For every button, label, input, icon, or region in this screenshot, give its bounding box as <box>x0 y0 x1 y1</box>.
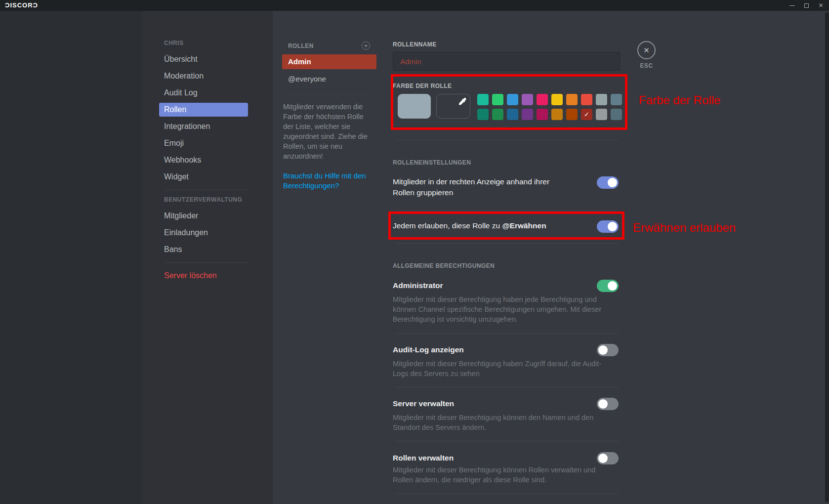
roles-panel: ROLLEN + Admin @everyone Mitglieder verw… <box>282 42 376 191</box>
color-swatch[interactable] <box>477 94 489 105</box>
role-settings-header: ROLLENEINSTELLUNGEN <box>393 159 471 166</box>
sidebar-item-server-loeschen[interactable]: Server löschen <box>159 269 248 283</box>
perm-audit-log-toggle[interactable] <box>597 344 619 356</box>
sidebar-item-widget[interactable]: Widget <box>159 170 248 184</box>
perm-manage-server-desc: Mitglieder mit dieser Berechtigung könne… <box>393 413 614 432</box>
allow-mention-toggle-label: Jedem erlauben, diese Rolle zu @Erwähnen <box>393 220 580 231</box>
role-settings-content: ROLLENNAME FARBE DER ROLLE ✓ ROLLENEINST… <box>393 0 629 504</box>
divider <box>395 441 619 441</box>
toggle-knob <box>598 399 608 409</box>
rolename-input[interactable] <box>393 52 620 71</box>
sidebar-item-moderation[interactable]: Moderation <box>159 69 248 83</box>
nav-divider <box>164 190 248 190</box>
maximize-icon <box>804 3 809 8</box>
sidebar-item-emoji[interactable]: Emoji <box>159 136 248 150</box>
color-swatch[interactable] <box>611 109 622 120</box>
perm-administrator-label: Administrator <box>393 281 443 290</box>
toggle-knob <box>608 281 617 291</box>
nav-server-header: CHRIS <box>159 40 248 46</box>
color-swatch[interactable] <box>522 94 533 105</box>
custom-color-button[interactable] <box>436 94 470 119</box>
color-swatch[interactable] <box>537 94 548 105</box>
roles-hint-text: Mitglieder verwenden die Farbe der höchs… <box>283 102 374 161</box>
color-swatch[interactable] <box>596 94 607 105</box>
color-swatch[interactable] <box>507 94 518 105</box>
maximize-button[interactable] <box>799 0 814 11</box>
divider <box>395 140 619 140</box>
perm-manage-server-label: Server verwalten <box>393 399 454 408</box>
perm-audit-log-label: Audit-Log anzeigen <box>393 345 464 354</box>
allow-mention-toggle[interactable] <box>597 220 619 233</box>
color-swatch[interactable] <box>596 109 607 120</box>
discord-logo: ƆISCORƆ <box>5 1 38 9</box>
color-swatch[interactable] <box>492 109 503 120</box>
toggle-knob <box>608 222 617 231</box>
eyedropper-icon <box>459 98 466 105</box>
perm-manage-roles-desc: Mitglieder mit dieser Berechtigung könne… <box>393 465 614 485</box>
role-item-admin[interactable]: Admin <box>282 54 376 69</box>
discord-server-settings-window: ƆISCORƆ ✕ CHRIS Übersicht Moderation Aud… <box>0 0 829 504</box>
sidebar-item-audit-log[interactable]: Audit Log <box>159 86 248 100</box>
divider <box>395 387 619 387</box>
nav-user-management-header: BENUTZERVERWALTUNG <box>159 196 248 203</box>
color-swatch[interactable] <box>581 94 592 105</box>
settings-nav: CHRIS Übersicht Moderation Audit Log Rol… <box>159 40 248 286</box>
divider <box>395 243 619 244</box>
sidebar-item-webhooks[interactable]: Webhooks <box>159 153 248 167</box>
color-swatch[interactable] <box>477 109 489 120</box>
sidebar-item-bans[interactable]: Bans <box>159 243 248 256</box>
group-members-toggle[interactable] <box>597 176 619 189</box>
perm-manage-roles-label: Rollen verwalten <box>393 454 454 462</box>
role-item-everyone[interactable]: @everyone <box>282 72 376 86</box>
color-swatch[interactable] <box>566 94 578 105</box>
roles-divider <box>288 94 368 94</box>
allow-mention-label-bold: @Erwähnen <box>502 221 546 230</box>
esc-control: ✕ ESC <box>637 41 656 69</box>
divider <box>395 210 619 211</box>
add-role-button[interactable]: + <box>362 42 370 50</box>
perm-manage-server-toggle[interactable] <box>597 398 619 410</box>
sidebar-item-mitglieder[interactable]: Mitglieder <box>159 209 248 223</box>
close-settings-button[interactable]: ✕ <box>637 41 656 59</box>
perm-administrator-toggle[interactable] <box>597 280 619 292</box>
roles-header: ROLLEN <box>288 42 314 49</box>
role-color-picker: ✓ <box>398 94 622 120</box>
role-color-label: FARBE DER ROLLE <box>393 83 452 89</box>
general-permissions-header: ALLGEMEINE BERECHTIGUNGEN <box>393 262 495 269</box>
window-controls: ✕ <box>785 0 828 11</box>
sidebar-item-integrationen[interactable]: Integrationen <box>159 120 248 133</box>
sidebar-item-rollen[interactable]: Rollen <box>159 103 248 117</box>
toggle-knob <box>608 178 617 187</box>
annotation-text-allow-mention: Erwähnen erlauben <box>633 221 736 235</box>
esc-label: ESC <box>637 62 656 69</box>
permissions-help-link[interactable]: Brauchst du Hilfe mit den Berechtigungen… <box>283 171 371 191</box>
sidebar-item-uebersicht[interactable]: Übersicht <box>159 52 248 66</box>
color-swatch[interactable] <box>611 94 622 105</box>
titlebar: ƆISCORƆ ✕ <box>0 0 829 11</box>
left-background <box>0 11 142 504</box>
divider <box>395 333 619 334</box>
nav-divider <box>164 262 248 263</box>
color-swatch[interactable] <box>492 94 503 105</box>
annotation-text-role-color: Farbe der Rolle <box>639 93 720 107</box>
close-button[interactable]: ✕ <box>814 0 828 11</box>
minimize-button[interactable] <box>785 0 799 11</box>
color-swatch[interactable] <box>537 109 548 120</box>
rolename-label: ROLLENNAME <box>393 41 437 48</box>
color-swatch[interactable] <box>507 109 518 120</box>
perm-manage-roles-toggle[interactable] <box>597 452 619 464</box>
toggle-knob <box>598 345 608 355</box>
allow-mention-label-text: Jedem erlauben, diese Rolle zu <box>393 221 502 230</box>
group-members-toggle-label: Mitglieder in der rechten Anzeige anhand… <box>393 176 563 198</box>
perm-audit-log-desc: Mitglieder mit dieser Berechtigung haben… <box>393 359 614 378</box>
minimize-icon <box>789 5 795 6</box>
color-palette: ✓ <box>477 94 622 120</box>
sidebar-item-einladungen[interactable]: Einladungen <box>159 226 248 240</box>
toggle-knob <box>598 454 608 463</box>
color-swatch[interactable] <box>566 109 578 120</box>
color-swatch-selected[interactable]: ✓ <box>581 109 592 120</box>
vertical-scrollbar[interactable] <box>825 12 829 502</box>
color-swatch[interactable] <box>551 109 563 120</box>
color-swatch[interactable] <box>522 109 533 120</box>
color-swatch[interactable] <box>551 94 563 105</box>
